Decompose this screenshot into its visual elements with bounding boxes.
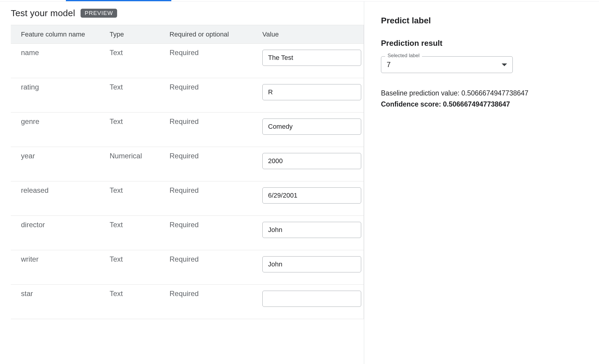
confidence-score-line: Confidence score: 0.5066674947738647: [381, 100, 599, 108]
table-row: genreTextRequired: [11, 113, 364, 147]
baseline-label: Baseline prediction value:: [381, 89, 462, 97]
feature-name: rating: [11, 83, 110, 100]
feature-type: Text: [110, 255, 170, 272]
feature-required: Required: [170, 255, 262, 272]
table-header-row: Feature column name Type Required or opt…: [11, 25, 364, 44]
feature-required: Required: [170, 221, 262, 238]
feature-name: genre: [11, 117, 110, 135]
feature-required: Required: [170, 186, 262, 204]
predict-label-heading: Predict label: [381, 16, 599, 25]
feature-name: writer: [11, 255, 110, 272]
feature-required: Required: [170, 117, 262, 135]
feature-type: Text: [110, 221, 170, 238]
feature-value-input[interactable]: [262, 187, 361, 204]
table-row: releasedTextRequired: [11, 181, 364, 216]
feature-type: Numerical: [110, 152, 170, 169]
selected-label-value: 7: [387, 60, 391, 69]
feature-value-input[interactable]: [262, 119, 361, 135]
table-row: directorTextRequired: [11, 216, 364, 250]
col-header-value: Value: [262, 31, 364, 38]
prediction-result-heading: Prediction result: [381, 39, 599, 48]
feature-name: director: [11, 221, 110, 238]
confidence-value: 0.5066674947738647: [443, 100, 510, 108]
chevron-down-icon: [502, 63, 507, 66]
feature-value-input[interactable]: [262, 153, 361, 169]
feature-type: Text: [110, 83, 170, 100]
feature-name: star: [11, 289, 110, 307]
col-header-name: Feature column name: [11, 31, 110, 38]
feature-value-input[interactable]: [262, 291, 361, 307]
confidence-label: Confidence score:: [381, 100, 443, 108]
prediction-panel: Predict label Prediction result Selected…: [364, 1, 599, 364]
feature-required: Required: [170, 48, 262, 66]
feature-type: Text: [110, 186, 170, 204]
page-title: Test your model: [11, 8, 75, 18]
feature-name: year: [11, 152, 110, 169]
preview-badge: PREVIEW: [81, 9, 117, 18]
table-row: nameTextRequired: [11, 44, 364, 78]
feature-name: released: [11, 186, 110, 204]
feature-value-input[interactable]: [262, 256, 361, 272]
col-header-type: Type: [110, 31, 170, 38]
feature-type: Text: [110, 289, 170, 307]
feature-value-input[interactable]: [262, 222, 361, 238]
table-row: ratingTextRequired: [11, 78, 364, 113]
feature-input-panel: Test your model PREVIEW Feature column n…: [0, 1, 364, 364]
feature-required: Required: [170, 152, 262, 169]
baseline-prediction-line: Baseline prediction value: 0.50666749477…: [381, 89, 599, 97]
feature-value-input[interactable]: [262, 50, 361, 66]
features-table: Feature column name Type Required or opt…: [11, 25, 364, 319]
feature-type: Text: [110, 117, 170, 135]
selected-label-caption: Selected label: [385, 53, 422, 59]
feature-value-input[interactable]: [262, 84, 361, 100]
table-row: yearNumericalRequired: [11, 147, 364, 181]
feature-required: Required: [170, 83, 262, 100]
feature-name: name: [11, 48, 110, 66]
feature-required: Required: [170, 289, 262, 307]
feature-type: Text: [110, 48, 170, 66]
table-row: starTextRequired: [11, 285, 364, 319]
selected-label-dropdown[interactable]: 7: [381, 56, 513, 73]
baseline-value: 0.5066674947738647: [462, 89, 529, 97]
col-header-required: Required or optional: [170, 31, 262, 38]
table-row: writerTextRequired: [11, 250, 364, 285]
